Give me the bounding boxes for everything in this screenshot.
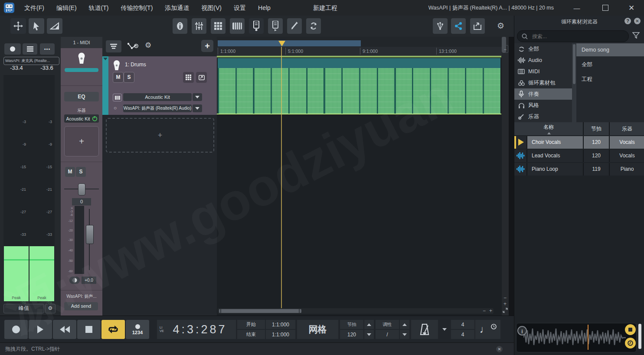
record-button[interactable]	[4, 320, 28, 339]
track-instrument-select[interactable]: Acoustic Kit	[123, 93, 192, 101]
column-header-bpm[interactable]: 节拍	[584, 122, 610, 135]
search-input[interactable]	[531, 33, 615, 40]
pan-value[interactable]: 0	[72, 198, 91, 205]
metronome-options-dropdown[interactable]	[439, 320, 450, 339]
power-icon[interactable]	[92, 116, 98, 121]
loop-inst-cell[interactable]: Vocals	[610, 136, 644, 149]
category-accompaniment[interactable]: 伴奏	[514, 88, 572, 100]
open-editor-button[interactable]	[196, 72, 207, 83]
add-track-drop-zone[interactable]: +	[106, 118, 214, 153]
column-header-name[interactable]: 名称	[514, 122, 584, 135]
fit-width-button[interactable]: ↔	[502, 45, 508, 53]
location-all[interactable]: 全部	[576, 58, 644, 71]
menu-add-channel[interactable]: 添加通道	[159, 0, 195, 16]
row-icon-cell[interactable]	[514, 136, 527, 149]
peak-mode-button[interactable]: 峰值	[3, 304, 44, 313]
drums-clip-header[interactable]	[218, 58, 500, 68]
audio-device-status[interactable]: WasAPI | 扬声器 (Realtek(R) A... | 48000 Hz…	[428, 0, 554, 16]
drums-midi-clip[interactable]	[218, 68, 500, 114]
vzoom-out-button[interactable]: −	[503, 295, 507, 301]
tempo-down-button[interactable]	[364, 330, 374, 339]
loop-bpm-cell[interactable]: 119	[584, 163, 610, 176]
preview-scrollbar[interactable]	[638, 324, 641, 349]
menu-transport[interactable]: 传输控制(T)	[114, 0, 159, 16]
menu-track[interactable]: 轨道(T)	[83, 0, 115, 16]
track-filter-button[interactable]	[106, 40, 121, 52]
track-instrument-dropdown[interactable]	[193, 93, 202, 101]
vertical-scrollbar[interactable]: ↔ − +	[502, 37, 509, 316]
add-send-button[interactable]: Add send	[64, 302, 98, 310]
category-all[interactable]: 全部	[514, 43, 572, 55]
sync-button[interactable]	[306, 18, 321, 34]
category-styles[interactable]: 风格	[514, 100, 572, 111]
inspector-solo-button[interactable]: S	[76, 167, 86, 177]
track-solo-button[interactable]: S	[124, 72, 134, 83]
zoom-in-button[interactable]: +	[489, 308, 492, 314]
row-icon-cell[interactable]	[514, 150, 527, 162]
key-up-button[interactable]	[400, 320, 409, 329]
category-scrollbar[interactable]	[572, 43, 576, 122]
menu-edit[interactable]: 编辑(E)	[50, 0, 83, 16]
keyboard-button[interactable]	[230, 18, 245, 34]
collapse-arrow-icon[interactable]	[103, 58, 108, 60]
arrange-view[interactable]: 1:1:000 5:1:000 9:1:000 13:1:000 − +	[217, 37, 502, 316]
menu-file[interactable]: 文件(F)	[18, 0, 50, 16]
automation-button[interactable]	[127, 41, 140, 52]
pointer-tool-button[interactable]	[29, 18, 44, 34]
playhead-marker[interactable]	[278, 41, 285, 46]
instrument-rack-button[interactable]	[249, 18, 264, 34]
share-button[interactable]	[451, 18, 466, 34]
help-icon[interactable]: ?	[624, 18, 631, 24]
settings-gear-icon[interactable]: ⚙	[497, 21, 504, 31]
loop-name-cell[interactable]: Lead Vocals	[527, 150, 584, 162]
rack-browser-button[interactable]	[268, 18, 283, 34]
loop-row-piano-loop[interactable]: Piano Loop 119 Piano	[514, 163, 644, 176]
preview-info-icon[interactable]: i	[517, 326, 527, 335]
eq-button[interactable]: EQ	[64, 92, 99, 101]
meter-settings-button[interactable]: ⚙	[45, 304, 56, 313]
info-button[interactable]	[173, 18, 187, 34]
pencil-button[interactable]	[287, 18, 302, 34]
track-output-dropdown[interactable]	[193, 104, 202, 112]
track-header-drums[interactable]: 1: Drums M S Acoustic Kit ○ WasAPI: 扬声器 …	[102, 56, 217, 115]
category-instruments[interactable]: 乐器	[514, 111, 572, 122]
meter-list-button[interactable]	[23, 43, 37, 55]
macro-controls-button[interactable]	[433, 18, 448, 34]
track-color-strip[interactable]	[102, 56, 108, 115]
loop-inst-cell[interactable]: Piano	[610, 163, 644, 176]
gain-value[interactable]: +0.0	[82, 277, 96, 284]
play-button[interactable]	[29, 320, 52, 339]
loop-bpm-cell[interactable]: 120	[584, 150, 610, 162]
pads-button[interactable]	[211, 18, 226, 34]
loop-button[interactable]	[101, 320, 125, 339]
key-value[interactable]: /	[376, 330, 399, 339]
loop-inst-cell[interactable]: Vocals	[610, 150, 644, 162]
horizontal-scrollbar[interactable]	[218, 308, 494, 314]
stop-button[interactable]	[77, 320, 101, 339]
hscroll-thumb[interactable]	[219, 309, 301, 313]
loop-row-choir-vocals[interactable]: Choir Vocals 120 Vocals	[514, 136, 644, 149]
category-audio[interactable]: Audio	[514, 55, 572, 66]
pan-handle[interactable]	[78, 183, 85, 195]
category-loop-packs[interactable]: 循环素材包	[514, 77, 572, 88]
location-project[interactable]: 工程	[576, 73, 644, 86]
category-midi[interactable]: MIDI	[514, 66, 572, 77]
tempo-value[interactable]: 120	[340, 330, 363, 339]
timeline-ruler[interactable]: 1:1:000 5:1:000 9:1:000 13:1:000	[217, 47, 502, 56]
close-button[interactable]: ✕	[621, 0, 641, 16]
row-icon-cell[interactable]	[514, 163, 527, 176]
mono-toggle[interactable]	[69, 277, 80, 284]
preview-stop-button[interactable]	[625, 324, 636, 335]
track-settings-gear-icon[interactable]: ⚙	[145, 41, 151, 50]
filter-funnel-icon[interactable]	[632, 32, 640, 39]
time-sig-top[interactable]: 4	[451, 320, 474, 329]
loop-region[interactable]	[218, 40, 361, 46]
panel-close-icon[interactable]: ✕	[634, 18, 641, 24]
loop-row-lead-vocals[interactable]: Lead Vocals 120 Vocals	[514, 150, 644, 162]
monitor-record-button[interactable]	[4, 43, 21, 55]
category-scroll-thumb[interactable]	[573, 44, 575, 84]
time-display[interactable]: LIVE 4:3:287	[157, 320, 236, 339]
tempo-tap-button[interactable]: ♩	[475, 320, 500, 339]
instrument-slot[interactable]: Acoustic Kit	[64, 114, 99, 123]
preview-tempo-sync-button[interactable]	[625, 338, 636, 348]
